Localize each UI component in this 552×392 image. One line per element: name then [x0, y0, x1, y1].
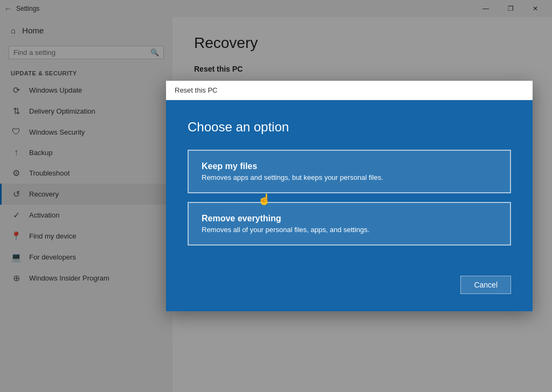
- remove-everything-option[interactable]: Remove everything Removes all of your pe…: [188, 202, 511, 246]
- dialog-body: Choose an option Keep my files Removes a…: [166, 100, 533, 276]
- dialog-titlebar-text: Reset this PC: [175, 86, 217, 94]
- reset-dialog: Reset this PC Choose an option Keep my f…: [166, 81, 533, 311]
- keep-files-option[interactable]: Keep my files Removes apps and settings,…: [188, 150, 511, 193]
- dialog-heading: Choose an option: [188, 120, 511, 135]
- cancel-button[interactable]: Cancel: [460, 276, 511, 294]
- keep-files-title: Keep my files: [202, 162, 497, 171]
- remove-everything-desc: Removes all of your personal files, apps…: [202, 226, 497, 234]
- remove-everything-title: Remove everything: [202, 214, 497, 223]
- dialog-titlebar: Reset this PC: [166, 81, 533, 100]
- dialog-footer: Cancel: [166, 276, 533, 311]
- keep-files-desc: Removes apps and settings, but keeps you…: [202, 173, 497, 181]
